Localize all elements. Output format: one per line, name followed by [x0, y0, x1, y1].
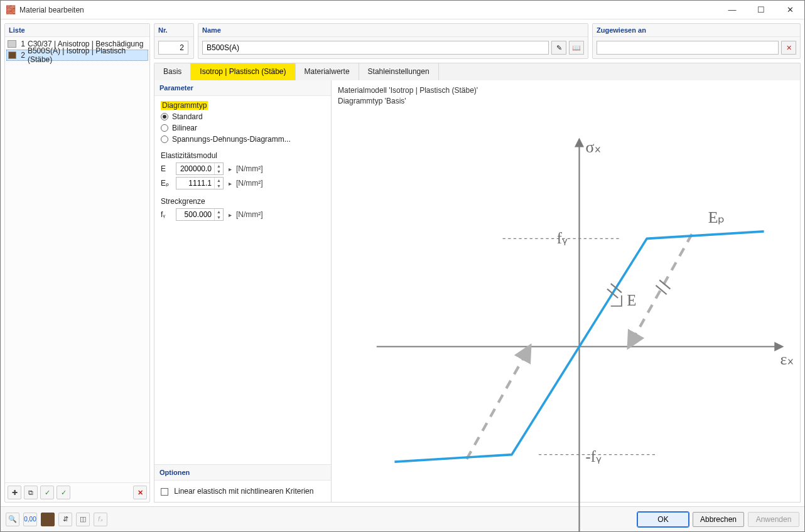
checkbox-icon: [161, 488, 168, 496]
select-all-button[interactable]: ✓: [40, 486, 54, 499]
neg-fy-label: -fᵧ: [586, 448, 602, 465]
list-item-label: B500S(A) | Isotrop | Plastisch (Stäbe): [28, 46, 146, 64]
name-input[interactable]: [202, 41, 549, 55]
list-item-index: 1: [19, 40, 25, 48]
search-tool-button[interactable]: 🔍: [6, 513, 19, 526]
chevron-right-icon[interactable]: ▸: [227, 163, 232, 174]
color-swatch-button[interactable]: ■: [41, 513, 55, 526]
close-button[interactable]: ✕: [775, 1, 804, 19]
radio-bilinear[interactable]: Bilinear: [161, 124, 325, 132]
fy-label: fᵧ: [557, 229, 568, 246]
streck-label: Streckgrenze: [161, 197, 325, 206]
material-swatch: [8, 51, 16, 59]
fy-input[interactable]: ▲▼: [176, 208, 224, 221]
radio-sdd[interactable]: Spannungs-Dehnungs-Diagramm...: [161, 135, 325, 144]
zugewiesen-box: Zugewiesen an ✕: [592, 23, 801, 59]
fy-unit: [N/mm²]: [236, 210, 263, 219]
edit-name-icon[interactable]: ✎: [551, 41, 566, 55]
chevron-right-icon[interactable]: ▸: [227, 209, 232, 220]
parameter-title: Parameter: [154, 80, 331, 96]
ep-unit: [N/mm²]: [236, 179, 263, 188]
name-title: Name: [198, 24, 588, 37]
options-title: Optionen: [154, 465, 331, 481]
tab-materialwerte[interactable]: Materialwerte: [296, 63, 359, 80]
maximize-button[interactable]: ☐: [747, 1, 775, 19]
diagram-panel: Materialmodell 'Isotrop | Plastisch (Stä…: [332, 80, 800, 502]
nr-title: Nr.: [154, 24, 193, 37]
ep-symbol: Eₚ: [161, 179, 172, 188]
fy-symbol: fᵧ: [161, 210, 172, 219]
radio-standard[interactable]: Standard: [161, 112, 325, 121]
e-input[interactable]: ▲▼: [176, 162, 224, 175]
ep-input[interactable]: ▲▼: [176, 177, 224, 189]
assign-button[interactable]: ⇵: [58, 513, 72, 526]
radio-icon: [161, 124, 168, 132]
radio-icon: [161, 136, 168, 143]
minimize-button[interactable]: —: [718, 1, 747, 19]
diagrammtyp-label: Diagrammtyp: [161, 101, 208, 110]
liste-panel: Liste 1 C30/37 | Anisotrop | Beschädigun…: [4, 23, 150, 503]
diagram-canvas: σₓ εₓ fᵧ -fᵧ E Eₚ: [332, 112, 800, 532]
nr-input[interactable]: [158, 41, 188, 55]
titlebar: 🧱 Material bearbeiten — ☐ ✕: [1, 1, 804, 19]
diagram-title-2: Diagrammtyp 'Basis': [338, 96, 794, 107]
svg-line-7: [611, 284, 622, 292]
library-icon[interactable]: 📖: [569, 41, 584, 55]
select-used-button[interactable]: ✓: [57, 486, 70, 499]
liste-toolbar: ✚ ⧉ ✓ ✓ ✕: [5, 482, 149, 502]
liste-title: Liste: [5, 24, 149, 37]
window-title: Material bearbeiten: [19, 6, 718, 14]
liste-area[interactable]: 1 C30/37 | Anisotrop | Beschädigung 2 B5…: [5, 37, 149, 482]
nr-box: Nr.: [154, 23, 194, 59]
checkbox-label: Linear elastisch mit nichtlinearen Krite…: [174, 487, 313, 496]
list-item-index: 2: [19, 51, 25, 60]
list-item[interactable]: 2 B500S(A) | Isotrop | Plastisch (Stäbe): [6, 50, 148, 61]
fx-button[interactable]: fₓ: [94, 513, 107, 526]
app-icon: 🧱: [6, 5, 16, 15]
zugewiesen-title: Zugewiesen an: [593, 24, 800, 37]
zugewiesen-input[interactable]: [597, 41, 779, 55]
linear-elastisch-checkbox[interactable]: Linear elastisch mit nichtlinearen Krite…: [161, 487, 313, 496]
parameter-panel: Parameter Diagrammtyp Standard Bilinear: [154, 80, 332, 502]
sigma-label: σₓ: [586, 137, 602, 156]
copy-button[interactable]: ⧉: [24, 486, 38, 499]
options-panel: Optionen Linear elastisch mit nichtlinea…: [154, 464, 331, 502]
material-swatch: [8, 40, 16, 48]
diagram-title-1: Materialmodell 'Isotrop | Plastisch (Stä…: [338, 85, 794, 96]
eps-label: εₓ: [780, 350, 794, 368]
ep-label: Eₚ: [708, 208, 725, 226]
tab-stahleinstellungen[interactable]: Stahleinstellungen: [359, 63, 439, 80]
new-button[interactable]: ✚: [8, 486, 21, 499]
e-symbol: E: [161, 164, 172, 173]
radio-label: Standard: [172, 112, 203, 121]
name-box: Name ✎ 📖: [198, 23, 588, 59]
tab-materialmodell[interactable]: Isotrop | Plastisch (Stäbe): [191, 63, 295, 80]
e-unit: [N/mm²]: [236, 164, 263, 173]
chevron-right-icon[interactable]: ▸: [227, 178, 232, 189]
radio-label: Spannungs-Dehnungs-Diagramm...: [172, 135, 291, 144]
svg-line-6: [607, 289, 618, 297]
radio-icon: [161, 113, 168, 120]
view-button[interactable]: ◫: [76, 513, 90, 526]
emod-label: Elastizitätsmodul: [161, 151, 325, 160]
radio-label: Bilinear: [172, 124, 197, 132]
delete-button[interactable]: ✕: [133, 486, 147, 499]
pick-remove-icon[interactable]: ✕: [781, 41, 796, 55]
e-label: E: [627, 291, 637, 308]
number-format-button[interactable]: 0,00: [23, 513, 37, 526]
tabs: Basis Isotrop | Plastisch (Stäbe) Materi…: [154, 63, 801, 80]
tab-basis[interactable]: Basis: [154, 63, 191, 80]
